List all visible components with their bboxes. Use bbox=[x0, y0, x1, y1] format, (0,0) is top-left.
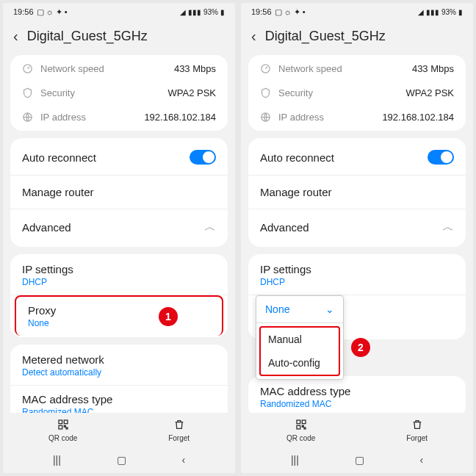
dropdown-selected[interactable]: None ⌄ bbox=[256, 296, 343, 323]
svg-rect-6 bbox=[66, 428, 68, 429]
ip-row: IP address 192.168.102.184 bbox=[10, 105, 228, 129]
page-title: Digital_Guest_5GHz bbox=[27, 29, 148, 44]
badge-1: 1 bbox=[159, 307, 178, 326]
manage-router-row[interactable]: Manage router bbox=[10, 176, 228, 209]
option-auto-config[interactable]: Auto-config bbox=[261, 351, 339, 375]
globe-icon bbox=[260, 112, 271, 123]
mac-row[interactable]: MAC address type Randomized MAC bbox=[248, 378, 466, 413]
proxy-row[interactable]: None ⌄ Manual Auto-config 2 bbox=[248, 295, 466, 338]
network-speed-row: Network speed 433 Mbps bbox=[248, 57, 466, 81]
header: ‹ Digital_Guest_5GHz bbox=[241, 21, 473, 55]
nav-home[interactable]: ▢ bbox=[117, 454, 126, 466]
status-time: 19:56 bbox=[251, 7, 272, 16]
back-button[interactable]: ‹ bbox=[251, 28, 256, 45]
auto-reconnect-toggle[interactable] bbox=[190, 150, 216, 165]
battery-icon: ▮ bbox=[220, 8, 225, 16]
status-indicators: ▢ ☼ ✦ • bbox=[37, 7, 68, 17]
nav-home[interactable]: ▢ bbox=[355, 454, 364, 466]
wifi-icon: ◢ bbox=[418, 8, 424, 16]
settings-card: Auto reconnect Manage router Advanced ︿ bbox=[248, 138, 466, 247]
nav-recent[interactable]: ||| bbox=[53, 454, 61, 466]
svg-rect-10 bbox=[302, 420, 306, 424]
header: ‹ Digital_Guest_5GHz bbox=[3, 21, 235, 55]
globe-icon bbox=[22, 112, 33, 123]
advanced-row[interactable]: Advanced ︿ bbox=[10, 209, 228, 245]
security-row: Security WPA2 PSK bbox=[248, 81, 466, 105]
chevron-up-icon: ︿ bbox=[204, 220, 216, 235]
svg-rect-5 bbox=[64, 425, 65, 427]
auto-reconnect-toggle[interactable] bbox=[428, 150, 454, 165]
svg-rect-13 bbox=[304, 428, 306, 429]
nav-back[interactable]: ‹ bbox=[181, 454, 185, 466]
nav-recent[interactable]: ||| bbox=[291, 454, 299, 466]
proxy-dropdown[interactable]: None ⌄ Manual Auto-config bbox=[256, 295, 344, 380]
trash-icon bbox=[173, 419, 185, 432]
shield-icon bbox=[260, 87, 271, 98]
network-info-card: Network speed 433 Mbps Security WPA2 PSK… bbox=[10, 55, 228, 131]
speed-icon bbox=[22, 63, 33, 74]
auto-reconnect-row[interactable]: Auto reconnect bbox=[248, 140, 466, 176]
ip-proxy-card: IP settings DHCP None ⌄ Manual Auto-conf… bbox=[248, 254, 466, 339]
qr-code-button[interactable]: QR code bbox=[48, 419, 77, 442]
status-bar: 19:56 ▢ ☼ ✦ • ◢ ▮▮▮ 93% ▮ bbox=[3, 3, 235, 21]
auto-reconnect-row[interactable]: Auto reconnect bbox=[10, 140, 228, 176]
network-speed-row: Network speed 433 Mbps bbox=[10, 57, 228, 81]
page-title: Digital_Guest_5GHz bbox=[265, 29, 386, 44]
qr-code-button[interactable]: QR code bbox=[286, 419, 315, 442]
status-bar: 19:56 ▢ ☼ ✦ • ◢ ▮▮▮ 93% ▮ bbox=[241, 3, 473, 21]
badge-2: 2 bbox=[351, 338, 370, 357]
security-row: Security WPA2 PSK bbox=[10, 81, 228, 105]
bottom-actions: QR code Forget bbox=[3, 413, 235, 447]
ip-value: 192.168.102.184 bbox=[144, 112, 216, 123]
chevron-up-icon: ︿ bbox=[442, 220, 454, 235]
chevron-down-icon: ⌄ bbox=[325, 303, 334, 315]
speed-icon bbox=[260, 63, 271, 74]
advanced-row[interactable]: Advanced ︿ bbox=[248, 209, 466, 245]
nav-back[interactable]: ‹ bbox=[419, 454, 423, 466]
bottom-actions: QR code Forget bbox=[241, 413, 473, 447]
signal-icon: ▮▮▮ bbox=[188, 8, 201, 16]
shield-icon bbox=[22, 87, 33, 98]
svg-rect-9 bbox=[297, 420, 300, 424]
ip-settings-row[interactable]: IP settings DHCP bbox=[248, 256, 466, 295]
wifi-icon: ◢ bbox=[180, 8, 186, 16]
phone-right: 19:56 ▢ ☼ ✦ • ◢ ▮▮▮ 93% ▮ ‹ Digital_Gues… bbox=[241, 3, 473, 473]
svg-rect-12 bbox=[302, 425, 303, 427]
battery-icon: ▮ bbox=[458, 8, 463, 16]
forget-button[interactable]: Forget bbox=[406, 419, 428, 442]
settings-card: Auto reconnect Manage router Advanced ︿ bbox=[10, 138, 228, 247]
nav-bar: ||| ▢ ‹ bbox=[3, 447, 235, 473]
svg-rect-4 bbox=[59, 425, 62, 429]
ip-proxy-card: IP settings DHCP Proxy None 1 bbox=[10, 254, 228, 337]
proxy-row[interactable]: Proxy None 1 bbox=[15, 295, 223, 336]
nav-bar: ||| ▢ ‹ bbox=[241, 447, 473, 473]
network-speed-value: 433 Mbps bbox=[174, 63, 216, 74]
svg-rect-2 bbox=[59, 420, 62, 424]
qr-icon bbox=[295, 419, 307, 432]
forget-button[interactable]: Forget bbox=[168, 419, 190, 442]
security-value: WPA2 PSK bbox=[167, 87, 216, 98]
battery-percent: 93% bbox=[441, 8, 456, 16]
qr-icon bbox=[57, 419, 69, 432]
back-button[interactable]: ‹ bbox=[13, 28, 18, 45]
metered-row[interactable]: Metered network Detect automatically bbox=[10, 346, 228, 386]
mac-row[interactable]: MAC address type Randomized MAC bbox=[10, 386, 228, 413]
svg-rect-11 bbox=[297, 425, 300, 429]
network-config-card: MAC address type Randomized MAC bbox=[248, 376, 466, 413]
network-config-card: Metered network Detect automatically MAC… bbox=[10, 345, 228, 413]
option-manual[interactable]: Manual bbox=[261, 328, 339, 351]
ip-row: IP address 192.168.102.184 bbox=[248, 105, 466, 129]
trash-icon bbox=[411, 419, 423, 432]
dropdown-options: Manual Auto-config bbox=[259, 326, 340, 376]
manage-router-row[interactable]: Manage router bbox=[248, 176, 466, 209]
signal-icon: ▮▮▮ bbox=[426, 8, 439, 16]
ip-settings-row[interactable]: IP settings DHCP bbox=[10, 256, 228, 295]
battery-percent: 93% bbox=[203, 8, 218, 16]
status-time: 19:56 bbox=[13, 7, 34, 16]
network-info-card: Network speed 433 Mbps Security WPA2 PSK… bbox=[248, 55, 466, 131]
status-indicators: ▢ ☼ ✦ • bbox=[275, 7, 306, 17]
phone-left: 19:56 ▢ ☼ ✦ • ◢ ▮▮▮ 93% ▮ ‹ Digital_Gues… bbox=[3, 3, 235, 473]
svg-rect-3 bbox=[64, 420, 68, 424]
